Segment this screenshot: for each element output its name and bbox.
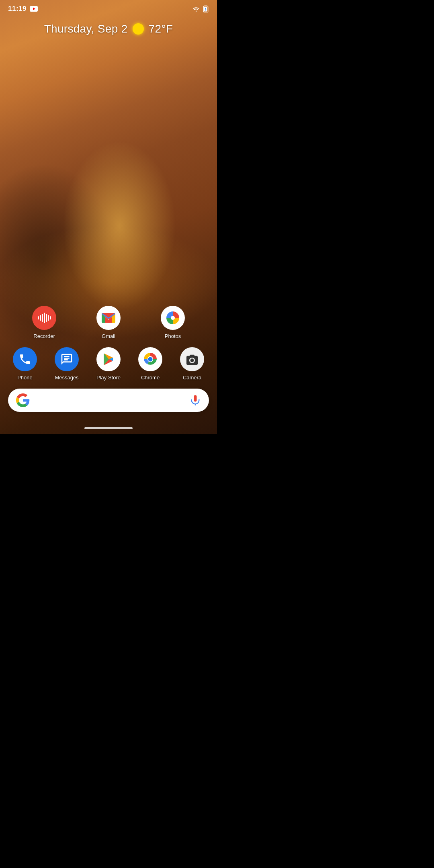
app-messages-label: Messages: [55, 375, 78, 381]
messages-icon: [55, 347, 79, 371]
camera-icon: [180, 347, 204, 371]
date-weather-widget: Thursday, Sep 2 72°F: [0, 23, 217, 35]
home-bar: [84, 427, 133, 429]
app-photos[interactable]: Photos: [157, 306, 189, 339]
gmail-icon: [96, 306, 121, 330]
app-playstore[interactable]: Play Store: [92, 347, 125, 381]
date-weather-text: Thursday, Sep 2 72°F: [8, 23, 209, 35]
google-g-icon: [16, 393, 30, 407]
app-row-1: Recorder: [0, 306, 217, 339]
wifi-icon: [192, 6, 200, 12]
app-messages[interactable]: Messages: [51, 347, 83, 381]
phone-icon: [13, 347, 37, 371]
app-camera-label: Camera: [183, 375, 201, 381]
wallpaper-area: [0, 35, 217, 306]
recorder-icon: [32, 306, 56, 330]
app-gmail[interactable]: Gmail: [92, 306, 125, 339]
status-bar: 11:19: [0, 0, 217, 14]
svg-point-13: [190, 358, 194, 362]
chrome-icon: [138, 347, 162, 371]
photos-icon: [161, 306, 185, 330]
home-indicator: [0, 424, 217, 434]
svg-rect-3: [204, 6, 207, 6]
time-display: 11:19: [8, 5, 27, 13]
app-dock: Phone Messages: [0, 347, 217, 381]
app-recorder[interactable]: Recorder: [28, 306, 60, 339]
microphone-icon[interactable]: [190, 395, 201, 406]
app-phone[interactable]: Phone: [9, 347, 41, 381]
app-photos-label: Photos: [165, 333, 181, 339]
svg-point-8: [171, 316, 175, 320]
app-phone-label: Phone: [17, 375, 33, 381]
app-playstore-label: Play Store: [96, 375, 121, 381]
app-chrome[interactable]: Chrome: [134, 347, 166, 381]
svg-point-12: [148, 357, 153, 362]
app-camera[interactable]: Camera: [176, 347, 208, 381]
playstore-icon: [96, 347, 121, 371]
sun-icon: [133, 23, 144, 35]
app-gmail-label: Gmail: [102, 333, 115, 339]
youtube-icon: [30, 6, 38, 12]
battery-icon: [203, 5, 209, 12]
google-search-bar[interactable]: [8, 389, 209, 412]
app-recorder-label: Recorder: [33, 333, 55, 339]
app-chrome-label: Chrome: [141, 375, 160, 381]
